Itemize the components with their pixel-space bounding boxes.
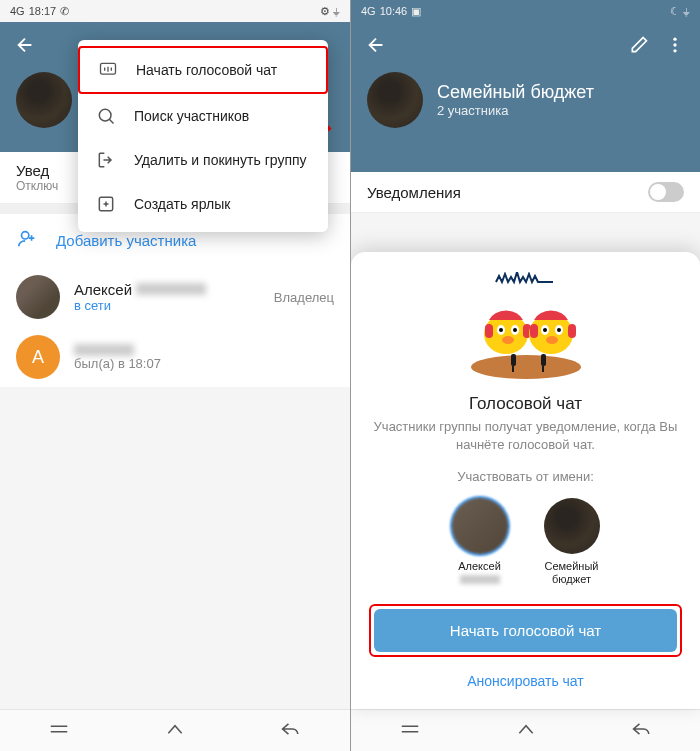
back-button[interactable]: [361, 30, 391, 60]
status-bar: 4G18:17✆ ⚙ ⏚: [0, 0, 350, 22]
voice-chat-sticker: [369, 272, 682, 382]
identity-user[interactable]: Алексей: [444, 498, 516, 586]
nav-home[interactable]: [516, 721, 536, 741]
svg-rect-27: [541, 354, 546, 366]
nav-back[interactable]: [280, 721, 302, 741]
shortcut-icon: [94, 194, 118, 214]
announce-chat-link[interactable]: Анонсировать чат: [369, 667, 682, 695]
participate-label: Участвовать от имени:: [369, 469, 682, 484]
edit-button[interactable]: [624, 30, 654, 60]
search-icon: [94, 106, 118, 126]
group-subtitle: 2 участника: [437, 103, 594, 118]
svg-rect-24: [568, 324, 576, 338]
add-user-icon: [16, 228, 38, 253]
svg-point-22: [546, 336, 558, 344]
start-voice-chat-button[interactable]: Начать голосовой чат: [374, 609, 677, 652]
svg-point-0: [22, 232, 29, 239]
options-menu: Начать голосовой чат Поиск участников Уд…: [78, 40, 328, 232]
avatar: А: [16, 335, 60, 379]
svg-point-13: [513, 328, 517, 332]
svg-point-14: [502, 336, 514, 344]
menu-leave-group[interactable]: Удалить и покинуть группу: [78, 138, 328, 182]
voice-chat-sheet: Голосовой чат Участники группы получат у…: [351, 252, 700, 709]
svg-point-8: [471, 355, 581, 379]
svg-point-11: [499, 328, 503, 332]
svg-rect-25: [511, 354, 516, 366]
group-avatar[interactable]: [16, 72, 72, 128]
svg-point-21: [557, 328, 561, 332]
status-bar: 4G10:46▣ ☾ ⏚: [351, 0, 700, 22]
svg-rect-23: [530, 324, 538, 338]
menu-create-shortcut[interactable]: Создать ярлык: [78, 182, 328, 226]
start-button-highlight: Начать голосовой чат: [369, 604, 682, 657]
identity-group[interactable]: Семейный бюджет: [536, 498, 608, 586]
group-avatar[interactable]: [367, 72, 423, 128]
voice-chat-icon: [96, 60, 120, 80]
nav-recent[interactable]: [48, 722, 70, 740]
nav-home[interactable]: [165, 721, 185, 741]
avatar: [452, 498, 508, 554]
svg-point-2: [99, 109, 111, 121]
sheet-title: Голосовой чат: [369, 394, 682, 414]
menu-search-members[interactable]: Поиск участников: [78, 94, 328, 138]
avatar: [544, 498, 600, 554]
nav-recent[interactable]: [399, 722, 421, 740]
more-button[interactable]: [660, 30, 690, 60]
back-button[interactable]: [10, 30, 40, 60]
avatar: [16, 275, 60, 319]
member-row[interactable]: А был(а) в 18:07: [0, 327, 350, 387]
svg-rect-15: [485, 324, 493, 338]
member-row[interactable]: Алексей в сети Владелец: [0, 267, 350, 327]
svg-point-7: [673, 49, 676, 52]
notifications-row[interactable]: Уведомления: [351, 172, 700, 213]
group-title: Семейный бюджет: [437, 82, 594, 103]
svg-point-5: [673, 38, 676, 41]
nav-bar: [0, 709, 350, 751]
menu-start-voice-chat[interactable]: Начать голосовой чат: [78, 46, 328, 94]
sheet-description: Участники группы получат уведомление, ко…: [369, 418, 682, 454]
notifications-toggle[interactable]: [648, 182, 684, 202]
nav-bar: [351, 709, 700, 751]
leave-icon: [94, 150, 118, 170]
svg-point-19: [543, 328, 547, 332]
svg-point-6: [673, 43, 676, 46]
group-header: Семейный бюджет 2 участника: [351, 22, 700, 172]
nav-back[interactable]: [631, 721, 653, 741]
